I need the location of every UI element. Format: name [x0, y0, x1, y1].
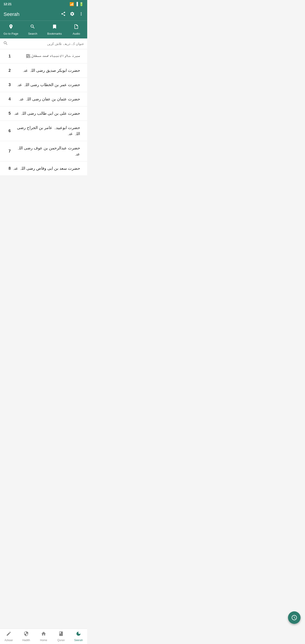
chapter-list: 1 سیرت خاتم الانبیاء محمد مصطفیٰ ﷺ 2 حضر…	[0, 49, 87, 176]
toolbar-actions	[61, 12, 84, 18]
chapter-title-7: حضرت عبدالرحمن بن عوف رضی اللہ عنہ	[11, 145, 83, 157]
bookmarks-label: Bookmarks	[47, 32, 62, 35]
search-icon	[3, 41, 8, 47]
chapter-title-6: حضرت ابوعبیدہ عامر بن الجراح رضی اللہ عن…	[11, 125, 83, 137]
settings-icon[interactable]	[70, 12, 75, 18]
chapter-number-2: 2	[4, 68, 11, 73]
chapter-number-7: 7	[4, 149, 11, 154]
search-label: Search	[28, 32, 37, 35]
chapter-number-8: 8	[4, 166, 11, 171]
audio-icon	[74, 24, 79, 31]
chapter-title-1: سیرت خاتم الانبیاء محمد مصطفیٰ ﷺ	[11, 53, 83, 59]
wifi-icon: 📶	[70, 2, 74, 6]
chapter-item-3[interactable]: 3 حضرت عمر بن الخطاب رضی اللہ عنہ	[0, 78, 87, 92]
goto-icon	[8, 24, 14, 31]
chapter-title-8: حضرت سعد بن ابی وقاص رضی اللہ عنہ	[11, 166, 83, 172]
chapter-item-6[interactable]: 6 حضرت ابوعبیدہ عامر بن الجراح رضی اللہ …	[0, 121, 87, 141]
chapter-number-5: 5	[4, 111, 11, 116]
chapter-number-3: 3	[4, 82, 11, 87]
chapter-item-1[interactable]: 1 سیرت خاتم الانبیاء محمد مصطفیٰ ﷺ	[0, 49, 87, 64]
tab-audio[interactable]: Audio	[66, 21, 88, 38]
search-nav-icon	[30, 24, 35, 31]
status-icons: 📶 ▐ 🔋	[70, 2, 84, 6]
battery-icon: 🔋	[79, 2, 84, 6]
tab-search[interactable]: Search	[22, 21, 44, 38]
page-title: Seerah	[4, 12, 20, 17]
search-bar[interactable]	[0, 38, 87, 49]
goto-label: Go to Page	[4, 32, 18, 35]
chapter-number-1: 1	[4, 54, 11, 58]
chapter-item-7[interactable]: 7 حضرت عبدالرحمن بن عوف رضی اللہ عنہ	[0, 141, 87, 162]
chapter-title-4: حضرت عثمان بن عفان رضی اللہ عنہ	[11, 96, 83, 102]
chapter-item-2[interactable]: 2 حضرت ابوبکر صدیق رضی اللہ عنہ	[0, 64, 87, 78]
chapter-number-4: 4	[4, 97, 11, 102]
chapter-title-2: حضرت ابوبکر صدیق رضی اللہ عنہ	[11, 68, 83, 74]
search-input[interactable]	[10, 42, 84, 46]
nav-tabs: Go to Page Search Bookmarks Audio	[0, 20, 87, 38]
share-icon[interactable]	[61, 12, 66, 18]
audio-label: Audio	[73, 32, 80, 35]
status-bar: 12:21 📶 ▐ 🔋	[0, 0, 87, 8]
chapter-title-3: حضرت عمر بن الخطاب رضی اللہ عنہ	[11, 82, 83, 88]
more-icon[interactable]	[79, 12, 84, 18]
chapter-item-4[interactable]: 4 حضرت عثمان بن عفان رضی اللہ عنہ	[0, 92, 87, 106]
signal-icon: ▐	[75, 2, 78, 6]
toolbar: Seerah	[0, 8, 87, 20]
tab-goto[interactable]: Go to Page	[0, 21, 22, 38]
tab-bookmarks[interactable]: Bookmarks	[44, 21, 66, 38]
bookmarks-icon	[52, 24, 57, 31]
chapter-item-8[interactable]: 8 حضرت سعد بن ابی وقاص رضی اللہ عنہ	[0, 162, 87, 176]
chapter-number-6: 6	[4, 128, 11, 133]
chapter-item-5[interactable]: 5 حضرت علی بن ابی طالب رضی اللہ عنہ	[0, 106, 87, 121]
chapter-title-5: حضرت علی بن ابی طالب رضی اللہ عنہ	[11, 110, 83, 116]
status-time: 12:21	[4, 2, 12, 6]
